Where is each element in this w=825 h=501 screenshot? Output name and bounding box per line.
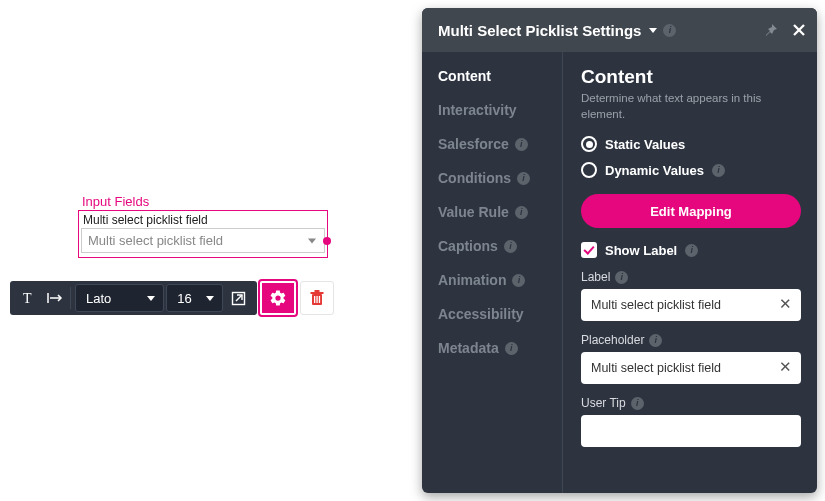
placeholder-caption: Placeholderi (581, 333, 801, 347)
nav-content[interactable]: Content (438, 68, 562, 84)
trash-icon (309, 289, 325, 307)
info-icon: i (649, 334, 662, 347)
clear-icon[interactable]: ✕ (779, 296, 793, 311)
close-icon[interactable] (791, 22, 807, 38)
nav-animation[interactable]: Animationi (438, 272, 562, 288)
delete-button[interactable] (300, 281, 334, 315)
open-external-button[interactable] (225, 284, 253, 312)
info-icon[interactable]: i (663, 24, 676, 37)
font-size: 16 (177, 291, 191, 306)
field-label: Multi select picklist field (81, 213, 325, 228)
pin-icon[interactable] (763, 22, 779, 38)
info-icon: i (515, 138, 528, 151)
gear-icon (269, 289, 287, 307)
svg-line-4 (236, 295, 242, 301)
nav-metadata[interactable]: Metadatai (438, 340, 562, 356)
info-icon: i (685, 244, 698, 257)
selected-field-wrapper[interactable]: Multi select picklist field Multi select… (78, 210, 328, 258)
font-select[interactable]: Lato (75, 284, 164, 312)
show-label-checkbox[interactable]: Show Label i (581, 242, 801, 258)
svg-rect-10 (319, 296, 320, 303)
panel-header: Multi Select Picklist Settings i (422, 8, 817, 52)
nav-captions[interactable]: Captionsi (438, 238, 562, 254)
info-icon: i (512, 274, 525, 287)
radio-dynamic-values[interactable]: Dynamic Values i (581, 162, 801, 178)
settings-button[interactable] (260, 281, 296, 315)
resize-handle-right[interactable] (323, 237, 331, 245)
chevron-down-icon (147, 296, 155, 301)
svg-rect-6 (310, 292, 323, 294)
checkbox-icon (581, 242, 597, 258)
placeholder-input[interactable]: Multi select picklist field ✕ (581, 352, 801, 384)
chevron-down-icon (206, 296, 214, 301)
chevron-down-icon[interactable] (649, 28, 657, 33)
element-toolbar: T Lato 16 (10, 281, 334, 315)
svg-rect-8 (314, 296, 315, 303)
info-icon: i (505, 342, 518, 355)
design-canvas: Input Fields Multi select picklist field… (0, 0, 420, 501)
info-icon: i (631, 397, 644, 410)
info-icon: i (712, 164, 725, 177)
nav-accessibility[interactable]: Accessibility (438, 306, 562, 322)
info-icon: i (515, 206, 528, 219)
info-icon: i (504, 240, 517, 253)
content-description: Determine what text appears in this elem… (581, 91, 801, 122)
user-tip-caption: User Tipi (581, 396, 801, 410)
radio-static-values[interactable]: Static Values (581, 136, 801, 152)
user-tip-input[interactable] (581, 415, 801, 447)
nav-salesforce[interactable]: Salesforcei (438, 136, 562, 152)
info-icon: i (615, 271, 628, 284)
radio-icon (581, 136, 597, 152)
nav-value-rule[interactable]: Value Rulei (438, 204, 562, 220)
settings-panel: Multi Select Picklist Settings i Content… (422, 8, 817, 493)
field-placeholder[interactable]: Multi select picklist field (81, 228, 325, 253)
info-icon: i (517, 172, 530, 185)
panel-content: Content Determine what text appears in t… (563, 52, 817, 493)
text-style-button[interactable]: T (14, 284, 42, 312)
label-caption: Labeli (581, 270, 801, 284)
nav-interactivity[interactable]: Interactivity (438, 102, 562, 118)
content-heading: Content (581, 66, 801, 88)
label-input[interactable]: Multi select picklist field ✕ (581, 289, 801, 321)
panel-title: Multi Select Picklist Settings (438, 22, 641, 39)
font-name: Lato (86, 291, 111, 306)
radio-icon (581, 162, 597, 178)
font-size-select[interactable]: 16 (166, 284, 222, 312)
clear-icon[interactable]: ✕ (779, 359, 793, 374)
group-label: Input Fields (82, 194, 149, 209)
svg-rect-9 (316, 296, 317, 303)
nav-conditions[interactable]: Conditionsi (438, 170, 562, 186)
svg-rect-7 (314, 290, 319, 292)
align-button[interactable] (44, 284, 66, 312)
edit-mapping-button[interactable]: Edit Mapping (581, 194, 801, 228)
panel-side-nav: Content Interactivity Salesforcei Condit… (422, 52, 562, 493)
svg-text:T: T (23, 291, 32, 306)
